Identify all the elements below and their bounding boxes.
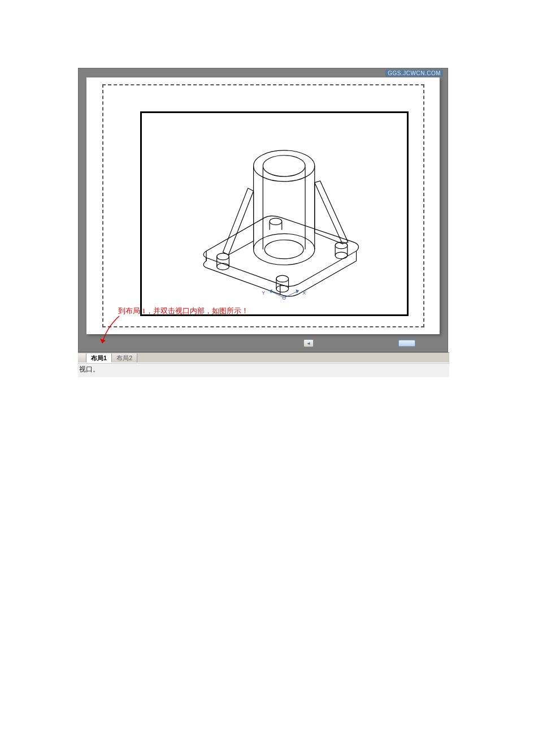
instruction-annotation: 到布局 1，并双击视口内部，如图所示！	[118, 306, 249, 316]
svg-point-7	[276, 286, 289, 292]
svg-point-14	[335, 252, 348, 259]
svg-point-20	[264, 240, 303, 258]
svg-marker-32	[100, 339, 106, 343]
svg-point-3	[217, 263, 229, 270]
paper-sheet: Y X 到布局 1，并双击视口内部，如图所示！	[86, 77, 440, 334]
watermark-badge: GGS.JCWCN.COM	[385, 70, 443, 77]
cad-layout-canvas: GGS.JCWCN.COM	[78, 68, 448, 352]
svg-point-10	[270, 218, 282, 225]
scroll-left-button[interactable]: ◄	[303, 339, 314, 347]
horizontal-scrollbar[interactable]: ◄	[280, 339, 415, 348]
svg-point-6	[276, 275, 289, 282]
tab-nav-start[interactable]	[78, 353, 86, 362]
scroll-thumb[interactable]	[398, 340, 415, 347]
svg-point-18	[263, 155, 305, 176]
layout-tab-bar: 布局1 布局2 ◄	[78, 352, 449, 362]
svg-text:Y: Y	[262, 290, 265, 296]
svg-line-26	[284, 291, 298, 298]
svg-marker-29	[296, 290, 299, 293]
tab-layout-1[interactable]: 布局1	[86, 353, 112, 362]
cad-3d-wireframe: Y X	[142, 113, 407, 314]
screenshot-container: GGS.JCWCN.COM	[78, 68, 449, 377]
drawing-viewport[interactable]: Y X	[140, 111, 409, 316]
svg-text:X: X	[302, 290, 306, 296]
command-line[interactable]: 视口。	[78, 363, 449, 377]
tab-layout-2[interactable]: 布局2	[112, 353, 137, 362]
